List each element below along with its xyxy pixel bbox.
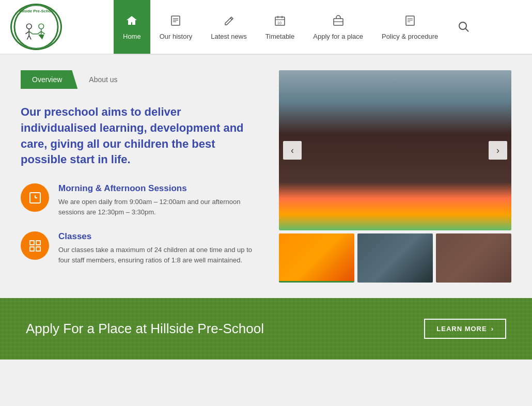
learn-more-button[interactable]: LEARN MORE ›	[424, 319, 506, 339]
carousel-thumb-1[interactable]	[279, 233, 354, 283]
nav-item-policy[interactable]: Policy & procedure	[372, 0, 447, 54]
svg-rect-14	[171, 16, 180, 25]
feature-morning-afternoon: Morning & Afternoon Sessions We are open…	[21, 183, 258, 217]
svg-rect-37	[36, 247, 40, 251]
feature-classes: Classes Our classes take a maximum of 24…	[21, 231, 258, 265]
svg-rect-35	[36, 241, 40, 245]
feature-classes-title: Classes	[58, 231, 258, 242]
pencil-icon	[222, 14, 236, 29]
svg-rect-36	[30, 247, 34, 251]
carousel-image	[279, 70, 511, 230]
header: Hillside Pre-School	[0, 0, 532, 54]
svg-line-5	[29, 32, 33, 34]
banner-title: Apply For a Place at Hillside Pre-School	[26, 321, 264, 337]
svg-point-29	[459, 22, 466, 29]
logo-area: Hillside Pre-School	[0, 0, 114, 54]
carousel-next-button[interactable]: ›	[489, 141, 507, 160]
nav-item-apply[interactable]: Apply for a place	[304, 0, 372, 54]
tab-overview[interactable]: Overview	[21, 70, 77, 89]
chevron-left-icon: ‹	[291, 145, 294, 156]
svg-rect-25	[406, 16, 414, 25]
carousel-thumbnails	[279, 233, 511, 283]
right-panel: ‹ ›	[279, 70, 511, 283]
main-nav: Home Our history Latest ne	[114, 0, 532, 54]
nav-item-timetable[interactable]: 10 Timetable	[256, 0, 304, 54]
tab-bar: Overview About us	[21, 70, 258, 89]
feature-morning-afternoon-title: Morning & Afternoon Sessions	[58, 183, 258, 194]
svg-point-8	[39, 24, 44, 29]
book-icon	[169, 14, 182, 29]
nav-label-policy: Policy & procedure	[382, 33, 438, 40]
hero-text: Our preschool aims to deliver individual…	[21, 104, 258, 168]
svg-line-6	[27, 36, 29, 40]
svg-line-30	[466, 29, 469, 32]
main-content: Overview About us Our preschool aims to …	[0, 55, 532, 298]
learn-more-label: LEARN MORE	[436, 325, 487, 333]
feature-morning-afternoon-desc: We are open daily from 9:00am – 12:00am …	[58, 197, 258, 217]
grid-icon	[21, 231, 49, 260]
nav-item-latest-news[interactable]: Latest news	[201, 0, 256, 54]
carousel-prev-button[interactable]: ‹	[283, 141, 302, 160]
feature-classes-desc: Our classes take a maximum of 24 childre…	[58, 245, 258, 265]
svg-line-11	[38, 32, 41, 34]
feature-morning-afternoon-text: Morning & Afternoon Sessions We are open…	[58, 183, 258, 217]
policy-icon	[403, 14, 417, 29]
chevron-right-icon: ›	[491, 325, 494, 333]
svg-line-12	[41, 32, 45, 34]
feature-classes-text: Classes Our classes take a maximum of 24…	[58, 231, 258, 265]
svg-rect-34	[30, 241, 34, 245]
carousel-thumb-3[interactable]	[436, 233, 511, 283]
nav-label-our-history: Our history	[160, 33, 193, 40]
calendar-icon: 10	[273, 14, 287, 29]
nav-label-latest-news: Latest news	[211, 33, 246, 40]
left-panel: Overview About us Our preschool aims to …	[21, 70, 258, 283]
search-button[interactable]	[447, 0, 480, 54]
bottom-banner: Apply For a Place at Hillside Pre-School…	[0, 298, 532, 360]
nav-item-our-history[interactable]: Our history	[150, 0, 202, 54]
svg-line-7	[29, 36, 31, 40]
svg-marker-10	[38, 35, 44, 40]
svg-point-2	[26, 24, 32, 29]
chevron-right-icon: ›	[496, 145, 499, 156]
svg-line-4	[25, 32, 29, 34]
briefcase-icon	[332, 14, 345, 29]
nav-label-timetable: Timetable	[265, 33, 295, 40]
tab-about-us[interactable]: About us	[77, 70, 129, 89]
carousel-thumb-2[interactable]	[357, 233, 433, 283]
carousel-main: ‹ ›	[279, 70, 511, 230]
nav-label-home: Home	[123, 33, 141, 40]
svg-text:10: 10	[277, 21, 281, 25]
nav-label-apply: Apply for a place	[313, 33, 363, 40]
clock-icon	[21, 183, 49, 212]
svg-text:Hillside Pre-School: Hillside Pre-School	[18, 9, 54, 13]
nav-item-home[interactable]: Home	[114, 0, 150, 54]
logo: Hillside Pre-School	[10, 4, 62, 50]
home-icon	[125, 14, 138, 29]
